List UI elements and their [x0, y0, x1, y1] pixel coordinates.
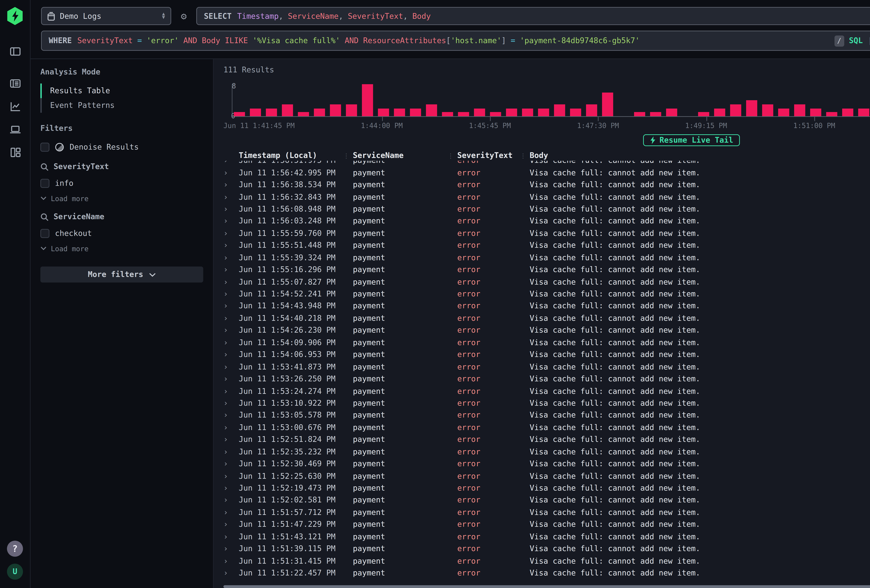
row-expand-chevron-icon[interactable]: ›	[223, 435, 239, 444]
histogram-bar[interactable]	[522, 108, 533, 116]
row-expand-chevron-icon[interactable]: ›	[223, 241, 239, 250]
histogram-bar[interactable]	[586, 104, 597, 116]
severitytext-load-more[interactable]: Load more	[40, 193, 203, 204]
table-row[interactable]: › Jun 11 1:54:06.953 PM payment error Vi…	[223, 348, 870, 361]
table-row[interactable]: › Jun 11 1:56:51.975 PM payment error Vi…	[223, 161, 870, 167]
search-icon[interactable]	[40, 162, 49, 171]
search-icon[interactable]	[40, 213, 49, 221]
row-expand-chevron-icon[interactable]: ›	[223, 411, 239, 420]
row-expand-chevron-icon[interactable]: ›	[223, 168, 239, 177]
table-row[interactable]: › Jun 11 1:53:10.922 PM payment error Vi…	[223, 397, 870, 409]
column-resize-handle[interactable]: ⋮	[447, 152, 457, 159]
sidebar-toggle-icon[interactable]	[8, 45, 22, 58]
row-expand-chevron-icon[interactable]: ›	[223, 544, 239, 554]
histogram-bar[interactable]	[394, 108, 405, 116]
resume-live-tail-button[interactable]: Resume Live Tail	[643, 134, 740, 146]
table-row[interactable]: › Jun 11 1:53:26.250 PM payment error Vi…	[223, 373, 870, 385]
table-row[interactable]: › Jun 11 1:55:16.296 PM payment error Vi…	[223, 264, 870, 276]
histogram-bar[interactable]	[554, 104, 565, 116]
row-expand-chevron-icon[interactable]: ›	[223, 532, 239, 541]
histogram-bar[interactable]	[426, 104, 437, 116]
table-row[interactable]: › Jun 11 1:56:42.995 PM payment error Vi…	[223, 167, 870, 179]
column-header-servicename[interactable]: ServiceName	[353, 151, 447, 160]
row-expand-chevron-icon[interactable]: ›	[223, 569, 239, 578]
histogram-bar[interactable]	[794, 104, 805, 116]
row-expand-chevron-icon[interactable]: ›	[223, 496, 239, 505]
sql-mode-toggle[interactable]: SQL	[849, 36, 863, 45]
histogram-bar[interactable]	[266, 108, 277, 116]
table-row[interactable]: › Jun 11 1:53:00.676 PM payment error Vi…	[223, 421, 870, 434]
row-expand-chevron-icon[interactable]: ›	[223, 557, 239, 566]
histogram-bar[interactable]	[490, 112, 501, 116]
table-row[interactable]: › Jun 11 1:52:30.469 PM payment error Vi…	[223, 458, 870, 470]
row-expand-chevron-icon[interactable]: ›	[223, 277, 239, 286]
row-expand-chevron-icon[interactable]: ›	[223, 472, 239, 481]
histogram-bar[interactable]	[602, 92, 613, 116]
histogram-bar[interactable]	[746, 100, 757, 116]
sessions-icon[interactable]	[8, 122, 22, 136]
table-row[interactable]: › Jun 11 1:55:39.324 PM payment error Vi…	[223, 252, 870, 264]
row-expand-chevron-icon[interactable]: ›	[223, 338, 239, 347]
row-expand-chevron-icon[interactable]: ›	[223, 192, 239, 201]
histogram-bar[interactable]	[410, 108, 421, 116]
histogram-bar[interactable]	[650, 112, 661, 116]
table-row[interactable]: › Jun 11 1:56:03.248 PM payment error Vi…	[223, 215, 870, 227]
histogram-bar[interactable]	[362, 84, 373, 116]
histogram-bar[interactable]	[330, 104, 341, 116]
row-expand-chevron-icon[interactable]: ›	[223, 326, 239, 335]
histogram-bar[interactable]	[506, 108, 517, 116]
table-row[interactable]: › Jun 11 1:52:51.824 PM payment error Vi…	[223, 433, 870, 446]
row-expand-chevron-icon[interactable]: ›	[223, 314, 239, 323]
histogram-bar[interactable]	[634, 112, 645, 116]
source-selector[interactable]: Demo Logs ▲▼	[41, 7, 171, 25]
table-row[interactable]: › Jun 11 1:51:22.457 PM payment error Vi…	[223, 567, 870, 579]
column-header-severitytext[interactable]: SeverityText	[457, 151, 520, 160]
table-row[interactable]: › Jun 11 1:54:09.906 PM payment error Vi…	[223, 336, 870, 348]
table-row[interactable]: › Jun 11 1:55:59.760 PM payment error Vi…	[223, 227, 870, 240]
row-expand-chevron-icon[interactable]: ›	[223, 302, 239, 311]
histogram-bar[interactable]	[298, 112, 309, 116]
histogram-bar[interactable]	[346, 104, 357, 116]
histogram-bar[interactable]	[250, 108, 261, 116]
row-expand-chevron-icon[interactable]: ›	[223, 217, 239, 226]
table-row[interactable]: › Jun 11 1:52:02.581 PM payment error Vi…	[223, 494, 870, 506]
row-expand-chevron-icon[interactable]: ›	[223, 374, 239, 383]
row-expand-chevron-icon[interactable]: ›	[223, 265, 239, 274]
histogram-bar[interactable]	[858, 108, 869, 116]
row-expand-chevron-icon[interactable]: ›	[223, 387, 239, 396]
row-expand-chevron-icon[interactable]: ›	[223, 229, 239, 238]
histogram-bar[interactable]	[538, 108, 549, 116]
servicename-load-more[interactable]: Load more	[40, 243, 203, 254]
row-expand-chevron-icon[interactable]: ›	[223, 289, 239, 299]
table-row[interactable]: › Jun 11 1:56:38.534 PM payment error Vi…	[223, 179, 870, 191]
histogram-bar[interactable]	[378, 108, 389, 116]
histogram-bar[interactable]	[714, 108, 725, 116]
table-row[interactable]: › Jun 11 1:53:05.578 PM payment error Vi…	[223, 409, 870, 421]
search-logs-icon[interactable]	[8, 77, 22, 91]
checkout-checkbox[interactable]	[40, 229, 49, 238]
select-query-input[interactable]: SELECT Timestamp, ServiceName, SeverityT…	[196, 7, 870, 25]
table-row[interactable]: › Jun 11 1:51:39.115 PM payment error Vi…	[223, 543, 870, 555]
histogram-bar[interactable]	[474, 108, 485, 116]
histogram-bar[interactable]	[698, 112, 709, 116]
column-resize-handle[interactable]: ⋮	[520, 152, 530, 159]
row-expand-chevron-icon[interactable]: ›	[223, 460, 239, 469]
table-row[interactable]: › Jun 11 1:54:43.948 PM payment error Vi…	[223, 300, 870, 312]
more-filters-button[interactable]: More filters	[40, 266, 203, 283]
row-expand-chevron-icon[interactable]: ›	[223, 161, 239, 165]
histogram-bar[interactable]	[570, 108, 581, 116]
table-row[interactable]: › Jun 11 1:53:41.873 PM payment error Vi…	[223, 361, 870, 373]
histogram-bar[interactable]	[730, 104, 741, 116]
row-expand-chevron-icon[interactable]: ›	[223, 423, 239, 432]
table-row[interactable]: › Jun 11 1:55:07.827 PM payment error Vi…	[223, 276, 870, 288]
row-expand-chevron-icon[interactable]: ›	[223, 253, 239, 262]
row-expand-chevron-icon[interactable]: ›	[223, 399, 239, 408]
table-row[interactable]: › Jun 11 1:51:57.712 PM payment error Vi…	[223, 506, 870, 519]
table-row[interactable]: › Jun 11 1:54:52.241 PM payment error Vi…	[223, 288, 870, 300]
histogram-bar[interactable]	[666, 108, 677, 116]
source-settings-gear-icon[interactable]: ⚙	[177, 7, 190, 25]
denoise-checkbox[interactable]	[40, 142, 49, 151]
tab-event-patterns[interactable]: Event Patterns	[40, 98, 203, 113]
column-resize-handle[interactable]: ⋮	[343, 152, 353, 159]
histogram-bar[interactable]	[234, 112, 245, 116]
